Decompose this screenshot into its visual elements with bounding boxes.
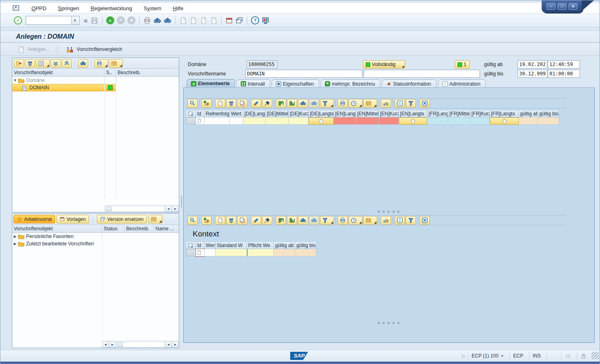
version-ersetzen-button[interactable]: Version ersetzen [97,215,147,223]
find-icon[interactable] [153,17,161,24]
find-icon[interactable] [78,59,88,68]
worklist-layout-icon[interactable]: ◢ [149,215,162,223]
tree-row-domain[interactable]: · DOMAIN [12,84,179,91]
gueltig-ab-time-field[interactable] [548,60,580,68]
col-wert[interactable]: Wert [204,242,216,249]
layout-icon[interactable]: ◢ [363,99,377,108]
assign-icon[interactable] [262,99,272,108]
cell-id[interactable] [196,117,204,125]
info-icon[interactable] [395,99,405,108]
create-row-icon[interactable] [215,216,225,225]
col-id[interactable]: Id [196,110,204,117]
tab-intervall[interactable]: [ ] Intervall [236,79,271,88]
delete-icon[interactable] [25,59,35,68]
cell-en-kurz[interactable] [379,117,399,125]
close-grid-icon[interactable] [420,99,430,108]
find-next-icon[interactable] [164,17,171,24]
cell-fr-kurz[interactable] [470,117,490,125]
edit-icon[interactable] [251,216,261,225]
tab-administration[interactable]: ≡ Administration [438,79,486,88]
tab-statusinformation[interactable]: ✔✘ Statusinformation [381,79,437,88]
cell-reihenfolg[interactable] [204,117,230,125]
col-en-mittel[interactable]: [EN]Mittel [356,110,379,117]
detail-icon[interactable] [187,99,198,108]
cell-fr-mittel[interactable] [448,117,470,125]
customize-layout-icon[interactable] [262,17,269,24]
cell-standard-w[interactable] [216,249,247,256]
scroll-left-icon[interactable]: ◄ [165,206,172,212]
cell-de-kurz[interactable] [289,117,309,125]
pflicht-checkbox[interactable] [247,249,248,256]
vorschriftenname-field[interactable] [245,70,362,78]
filter-icon[interactable] [406,216,416,225]
col-gueltig-ab[interactable]: gültig ab [519,110,538,117]
grid-corner-button[interactable] [186,110,196,117]
expander-icon[interactable]: ▶ [12,234,18,238]
enter-icon[interactable]: ✓ [14,16,22,24]
cell-fr-lang[interactable] [427,117,448,125]
col-id[interactable]: Id [196,242,204,249]
worklist-row-zuletzt[interactable]: ▶ Zuletzt bearbeitete Vorschriften [12,240,179,247]
expander-icon[interactable]: ▶ [12,242,18,246]
system-status[interactable]: ECP (1) 100 ▼ [468,352,507,360]
col-en-kurz[interactable]: [EN]Kurz [379,110,399,117]
maximize-button[interactable]: □ [558,3,567,10]
detail-list-icon[interactable]: ◢ [36,59,50,68]
sort-ascending-icon[interactable] [276,99,286,108]
system-menu-icon[interactable] [13,5,20,11]
print-icon[interactable] [143,17,151,24]
gueltig-bis-time-field[interactable] [548,70,580,78]
copy-row-icon[interactable] [237,99,247,108]
expander-icon[interactable]: ▼ [12,78,18,82]
layout-icon[interactable]: ◢ [109,59,123,68]
col-reihenfolg[interactable]: Reihenfolg [204,110,230,117]
col-de-mittel[interactable]: [DE]Mittel [266,110,289,117]
vertical-splitter[interactable] [180,196,183,221]
set-filter-icon[interactable]: ◢ [320,99,334,108]
row-selector[interactable] [186,117,196,125]
print-icon[interactable] [338,99,348,108]
collapse-icon[interactable]: « [84,16,88,25]
column-name[interactable]: Name ... [154,225,179,232]
last-page-icon[interactable] [210,17,218,24]
vollstaendig-button[interactable]: Vollständig ◢ [363,60,405,68]
set-filter-icon[interactable]: ◢ [320,216,334,225]
performance-icon[interactable] [561,352,574,360]
horizontal-splitter[interactable]: ■ ■ ■ ■ ■ [184,210,594,213]
sort-descending-icon[interactable] [287,99,297,108]
save-icon[interactable] [91,17,98,24]
cell-gueltig-bis[interactable] [295,249,316,256]
scroll-right-icon[interactable]: ► [109,342,116,348]
cell-de-mittel[interactable] [266,117,289,125]
delete-row-icon[interactable] [226,99,236,108]
close-button[interactable]: ✕ [569,3,578,10]
cell-wert[interactable] [230,117,243,125]
row-selector[interactable] [186,249,196,256]
column-status[interactable]: S.. [104,69,116,76]
find-icon[interactable] [298,99,308,108]
cell-wert[interactable] [204,249,216,256]
vorlagen-button[interactable]: Vorlagen [56,215,89,223]
lock-icon[interactable] [577,352,590,360]
cell-gueltig-ab[interactable] [519,117,538,125]
export-icon[interactable]: ◢ [349,99,362,108]
domaene-field[interactable] [247,60,278,68]
col-en-lang[interactable]: [EN]Lang [334,110,356,117]
menu-qppd[interactable]: QPPD [31,5,47,11]
gueltig-ab-date-field[interactable] [518,60,547,68]
cell-de-lang[interactable] [243,117,266,125]
grid-corner-button[interactable] [186,242,196,249]
check-entries-icon[interactable] [201,216,211,225]
horizontal-splitter-bottom[interactable]: ■ ■ ■ ■ ■ [184,322,594,324]
menu-regelentwicklung[interactable]: Regelentwicklung [91,5,132,11]
scroll-right-icon-2[interactable]: ► [172,342,179,348]
info-icon[interactable] [395,216,405,225]
menu-system[interactable]: System [144,5,161,11]
command-input[interactable] [26,17,71,24]
cell-gueltig-bis[interactable] [538,117,559,125]
next-page-icon[interactable] [200,17,207,24]
gueltig-bis-date-field[interactable] [518,70,547,78]
transfer-icon[interactable] [14,59,24,68]
menu-hilfe[interactable]: Hilfe [173,5,183,11]
col-gueltig-ab[interactable]: gültig ab [274,242,295,249]
